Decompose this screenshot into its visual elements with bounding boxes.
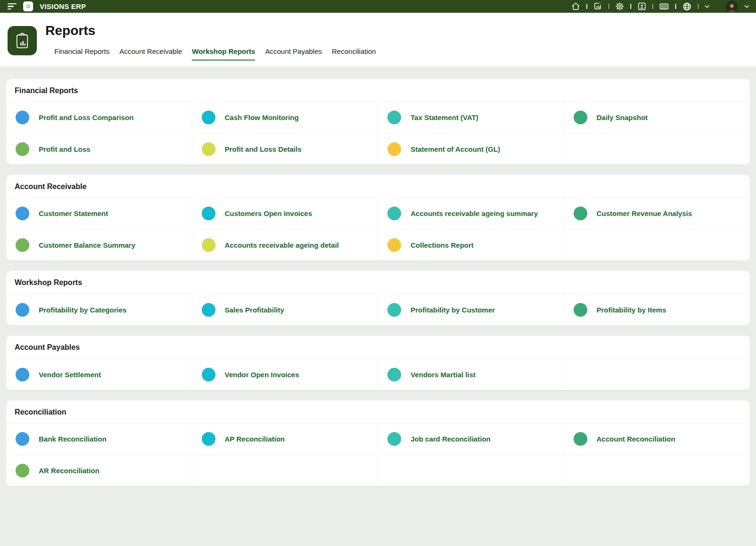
report-label: AR Reconciliation	[39, 467, 99, 475]
language-chevron-icon[interactable]	[704, 5, 710, 9]
report-label: Customer Statement	[39, 209, 108, 217]
section-account-receivable: Account Receivable Customer Statement Cu…	[6, 175, 750, 260]
section-reconciliation: Reconciliation Bank Reconciliation AP Re…	[6, 400, 750, 486]
report-link[interactable]: Profitability by Categories	[6, 294, 192, 325]
report-label: Profitability by Categories	[39, 306, 127, 314]
report-link[interactable]: Sales Profitability	[192, 294, 378, 325]
avatar[interactable]	[726, 0, 738, 13]
top-navbar: ✿ VISIONS ERP	[0, 0, 756, 13]
report-label: Profit and Loss Details	[225, 145, 302, 153]
report-dot-icon	[16, 368, 29, 381]
report-label: Daily Snapshot	[597, 113, 648, 121]
report-link[interactable]: Customer Balance Summary	[6, 229, 192, 260]
report-link[interactable]: Bank Reconciliation	[6, 424, 192, 455]
report-link[interactable]: Profit and Loss Comparison	[6, 102, 192, 133]
tab-workshop-reports[interactable]: Workshop Reports	[192, 47, 255, 61]
report-link[interactable]: Account Reconciliation	[564, 424, 750, 455]
report-dot-icon	[202, 432, 215, 446]
report-label: Customers Open Invoices	[225, 209, 312, 217]
report-dot-icon	[16, 432, 29, 446]
report-link[interactable]: Job card Reconciliation	[378, 424, 564, 455]
reports-icon[interactable]	[593, 2, 602, 11]
tab-account-payables[interactable]: Account Payables	[265, 47, 322, 61]
tab-reconciliation[interactable]: Reconciliation	[332, 47, 376, 61]
tabs: Financial Reports Account Receivable Wor…	[54, 47, 376, 61]
report-label: Vendors Martial list	[411, 371, 476, 379]
section-title: Financial Reports	[6, 79, 750, 102]
report-dot-icon	[574, 432, 587, 446]
report-link[interactable]: Customers Open Invoices	[192, 198, 378, 229]
clipboard-chart-icon	[8, 26, 37, 55]
report-dot-icon	[387, 432, 401, 446]
report-label: Vendor Settlement	[39, 371, 101, 379]
report-dot-icon	[16, 464, 29, 477]
report-label: Account Reconciliation	[597, 435, 676, 443]
report-dot-icon	[387, 238, 401, 252]
report-link[interactable]: Tax Statement (VAT)	[378, 102, 564, 133]
settings-gear-icon[interactable]	[615, 2, 624, 11]
report-link[interactable]: Accounts receivable ageing summary	[378, 198, 564, 229]
report-link[interactable]: Customer Statement	[6, 198, 192, 229]
report-dot-icon	[202, 142, 215, 156]
report-link[interactable]: Accounts receivable ageing detail	[192, 229, 378, 260]
nav-separator	[630, 4, 631, 9]
home-icon[interactable]	[571, 2, 580, 11]
report-label: AP Reconciliation	[225, 435, 285, 443]
report-link[interactable]: Customer Revenue Analysis	[564, 198, 750, 229]
report-label: Sales Profitability	[225, 306, 284, 314]
report-link[interactable]: Daily Snapshot	[564, 102, 750, 133]
empty-cell	[564, 455, 750, 486]
report-dot-icon	[387, 142, 401, 156]
tab-financial-reports[interactable]: Financial Reports	[54, 47, 110, 61]
report-label: Job card Reconciliation	[411, 435, 490, 443]
nav-separator	[586, 4, 587, 9]
report-link[interactable]: Vendor Open Invoices	[192, 359, 378, 390]
nav-separator	[609, 4, 610, 9]
report-dot-icon	[16, 303, 29, 317]
report-link[interactable]: Profitability by Customer	[378, 294, 564, 325]
report-link[interactable]: Collections Report	[378, 229, 564, 260]
report-label: Customer Balance Summary	[39, 241, 135, 249]
report-label: Accounts receivable ageing summary	[411, 209, 538, 217]
report-label: Profit and Loss	[39, 145, 90, 153]
report-link[interactable]: Profitability by Items	[564, 294, 750, 325]
report-dot-icon	[574, 111, 587, 124]
report-label: Accounts receivable ageing detail	[225, 241, 339, 249]
section-title: Account Receivable	[6, 175, 750, 198]
report-link[interactable]: Vendors Martial list	[378, 359, 564, 390]
report-label: Profit and Loss Comparison	[39, 113, 134, 121]
report-dot-icon	[202, 368, 215, 381]
account-chevron-icon[interactable]	[744, 5, 749, 9]
report-dot-icon	[387, 111, 401, 124]
report-label: Bank Reconciliation	[39, 435, 106, 443]
report-label: Customer Revenue Analysis	[597, 209, 692, 217]
report-dot-icon	[574, 207, 587, 220]
report-dot-icon	[16, 142, 29, 156]
empty-cell	[192, 455, 378, 486]
content: Financial Reports Profit and Loss Compar…	[0, 67, 756, 486]
section-account-payables: Account Payables Vendor Settlement Vendo…	[6, 336, 750, 390]
tab-account-receivable[interactable]: Account Receivable	[120, 47, 182, 61]
report-link[interactable]: Cash Flow Monitoring	[192, 102, 378, 133]
section-title: Account Payables	[6, 336, 750, 359]
report-link[interactable]: Statement of Account (GL)	[378, 133, 564, 165]
report-link[interactable]: AR Reconciliation	[6, 455, 192, 486]
keyboard-icon[interactable]	[659, 2, 669, 11]
report-link[interactable]: Profit and Loss	[6, 133, 192, 165]
report-link[interactable]: Vendor Settlement	[6, 359, 192, 390]
user-badge-icon[interactable]	[637, 2, 646, 11]
empty-cell	[564, 359, 750, 390]
brand-title: VISIONS ERP	[40, 2, 86, 10]
app-logo[interactable]: ✿	[23, 1, 33, 11]
report-label: Profitability by Items	[597, 306, 667, 314]
report-dot-icon	[574, 303, 587, 317]
menu-icon[interactable]	[8, 3, 17, 10]
report-dot-icon	[202, 303, 215, 317]
empty-cell	[564, 229, 750, 260]
section-title: Reconciliation	[6, 400, 750, 424]
globe-icon[interactable]	[682, 2, 692, 11]
report-link[interactable]: AP Reconciliation	[192, 424, 378, 455]
report-label: Statement of Account (GL)	[411, 145, 500, 153]
report-link[interactable]: Profit and Loss Details	[192, 133, 378, 165]
page-title: Reports	[45, 23, 95, 38]
